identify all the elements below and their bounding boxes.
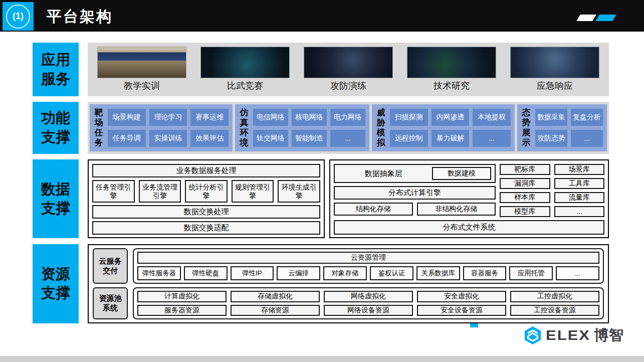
function-chip: 内网渗透 bbox=[432, 109, 470, 126]
library-box: 样本库 bbox=[500, 192, 550, 203]
pool-box: 网络设备资源 bbox=[324, 305, 413, 316]
function-chip: 本地提权 bbox=[473, 109, 511, 126]
pool-box: 存储虚拟化 bbox=[231, 291, 320, 302]
cloud-box: 弹性硬盘 bbox=[184, 266, 228, 280]
brand-logo: ELEX 博智 bbox=[523, 325, 624, 345]
group-items: 电信网络 核电网络 电力网络 轨交网络 智能制造 ... bbox=[253, 109, 365, 147]
pool-box: 计算虚拟化 bbox=[137, 291, 227, 302]
library-box: 工具库 bbox=[554, 178, 605, 189]
thumb-caption: 应急响应 bbox=[537, 80, 573, 92]
teaching-training-image bbox=[97, 47, 186, 78]
function-chip: 智能制造 bbox=[292, 130, 327, 147]
slide-number: (1) bbox=[6, 5, 30, 29]
function-chip: 电信网络 bbox=[253, 109, 288, 126]
pool-box: 工控虚拟化 bbox=[510, 291, 599, 302]
group-label: 态势展示 bbox=[521, 108, 531, 148]
function-chip: 数据采集 bbox=[535, 109, 567, 126]
function-chip: 赛事运维 bbox=[190, 109, 229, 126]
group-threat-simulation: 威胁模拟 扫描探测 内网渗透 本地提权 远程控制 暴力破解 ... bbox=[372, 104, 515, 151]
section-label-text: 数据支撑 bbox=[40, 180, 71, 218]
engine-boxes: 任务管理引擎 业务流管理引擎 统计分析引擎 规则管理引擎 环境生成引擎 bbox=[92, 180, 320, 203]
library-box: 流量库 bbox=[554, 192, 605, 203]
data-box: 分布式文件系统 bbox=[334, 220, 604, 235]
section-label-text: 应用服务 bbox=[40, 51, 71, 88]
resource-pool-container: 计算虚拟化 存储虚拟化 网络虚拟化 安全虚拟化 工控虚拟化 服务器资源 存储资源… bbox=[133, 287, 604, 319]
slide-number-badge: (1) bbox=[3, 2, 34, 31]
function-chip: 远程控制 bbox=[390, 130, 428, 147]
data-modeling-box: 数据建模 bbox=[432, 167, 491, 180]
pool-box: 安全设备资源 bbox=[417, 305, 506, 316]
function-chip: 电力网络 bbox=[330, 109, 365, 126]
group-label: 仿真环境 bbox=[239, 108, 249, 148]
section-label-data-support: 数据支撑 bbox=[33, 159, 79, 238]
function-chip: 扫描探测 bbox=[390, 109, 428, 126]
cloud-service-row: 云服务交付 云资源管理 弹性服务器 弹性硬盘 弹性IP 云编排 对象存储 鉴权认… bbox=[93, 248, 604, 284]
engine-box: 环境生成引擎 bbox=[278, 180, 320, 203]
label-text: 资源池系统 bbox=[98, 294, 123, 313]
data-box: 业务数据服务处理 bbox=[92, 164, 320, 177]
function-chip: 实操训练 bbox=[149, 130, 187, 147]
app-service-item: 攻防演练 bbox=[299, 47, 397, 92]
function-support-row: 靶场任务 场景构建 理论学习 赛事运维 任务导调 实操训练 效果评估 仿真环境 … bbox=[88, 102, 609, 154]
data-platform-top: 数据抽象层 数据建模 分布式计算引擎 结构化存储 非结构化存储 靶标库 场景库 … bbox=[334, 164, 604, 217]
function-chip: 场景构建 bbox=[108, 109, 146, 126]
label-text: 云服务交付 bbox=[98, 257, 123, 276]
group-situation-display: 态势展示 数据采集 复盘分析 攻防态势 ... bbox=[517, 104, 607, 151]
pool-box: 安全虚拟化 bbox=[417, 291, 506, 302]
cloud-resource-management-bar: 云资源管理 bbox=[137, 252, 599, 264]
attack-defense-drill-image bbox=[304, 47, 393, 78]
library-box: 模型库 bbox=[500, 206, 550, 217]
group-simulation-environment: 仿真环境 电信网络 核电网络 电力网络 轨交网络 智能制造 ... bbox=[235, 104, 369, 151]
decoration-parallelogram-white bbox=[576, 15, 596, 21]
function-chip: 复盘分析 bbox=[571, 109, 603, 126]
engine-box: 统计分析引擎 bbox=[185, 180, 228, 203]
resource-support-row: 云服务交付 云资源管理 弹性服务器 弹性硬盘 弹性IP 云编排 对象存储 鉴权认… bbox=[88, 244, 609, 323]
group-label: 靶场任务 bbox=[94, 108, 104, 148]
pool-box: 工控设备资源 bbox=[510, 305, 599, 316]
data-box: 数据交换适配 bbox=[92, 221, 320, 235]
group-items: 场景构建 理论学习 赛事运维 任务导调 实操训练 效果评估 bbox=[108, 109, 229, 147]
app-service-item: 教学实训 bbox=[93, 47, 191, 92]
decoration-parallelogram-blue bbox=[595, 15, 616, 21]
library-box: ... bbox=[554, 206, 605, 217]
cloud-box: 容器服务 bbox=[463, 266, 507, 280]
engine-box: 规则管理引擎 bbox=[232, 180, 274, 203]
cloud-box: 弹性IP bbox=[231, 266, 274, 280]
data-box: 结构化存储 bbox=[334, 203, 413, 216]
cloud-box: 关系数据库 bbox=[416, 266, 460, 280]
function-chip: 任务导调 bbox=[108, 130, 146, 147]
bottom-strip bbox=[0, 356, 644, 362]
slide: (1) 平台架构 应用服务 功能支撑 数据支撑 资源支撑 教学实训 比武竞赛 攻… bbox=[0, 0, 644, 362]
library-grid: 靶标库 场景库 漏洞库 工具库 样本库 流量库 模型库 ... bbox=[500, 164, 604, 217]
function-chip: 效果评估 bbox=[190, 130, 229, 147]
function-chip: ... bbox=[330, 130, 365, 147]
cloud-box: 云编排 bbox=[277, 266, 320, 280]
function-chip: 轨交网络 bbox=[253, 130, 288, 147]
app-service-item: 技术研究 bbox=[402, 47, 501, 92]
cloud-box: 鉴权认证 bbox=[370, 266, 413, 280]
data-box-label: 数据抽象层 bbox=[335, 169, 432, 178]
function-chip: 理论学习 bbox=[149, 109, 187, 126]
pool-box: 服务器资源 bbox=[137, 305, 227, 316]
emergency-response-image bbox=[510, 47, 599, 78]
function-chip: 核电网络 bbox=[292, 109, 327, 126]
group-items: 数据采集 复盘分析 攻防态势 ... bbox=[535, 109, 603, 147]
cloud-box: 对象存储 bbox=[323, 266, 367, 280]
group-label: 威胁模拟 bbox=[376, 108, 386, 148]
function-chip: 暴力破解 bbox=[432, 130, 470, 147]
cloud-box: 弹性服务器 bbox=[137, 266, 181, 280]
pool-box: 存储资源 bbox=[231, 305, 320, 316]
resource-pool-label: 资源池系统 bbox=[93, 287, 128, 319]
data-box: 分布式计算引擎 bbox=[334, 186, 496, 200]
header-bar: (1) 平台架构 bbox=[0, 0, 644, 32]
brand-name-en: ELEX bbox=[546, 327, 590, 343]
section-label-text: 资源支撑 bbox=[40, 265, 71, 302]
cloud-service-items: 弹性服务器 弹性硬盘 弹性IP 云编排 对象存储 鉴权认证 关系数据库 容器服务… bbox=[137, 266, 599, 280]
page-title: 平台架构 bbox=[47, 7, 113, 27]
function-chip: ... bbox=[571, 130, 603, 147]
pool-box: 网络虚拟化 bbox=[324, 291, 413, 302]
application-services-row: 教学实训 比武竞赛 攻防演练 技术研究 应急响应 bbox=[88, 43, 609, 96]
data-box: 非结构化存储 bbox=[417, 203, 496, 216]
business-data-panel: 业务数据服务处理 任务管理引擎 业务流管理引擎 统计分析引擎 规则管理引擎 环境… bbox=[88, 159, 325, 238]
app-service-item: 应急响应 bbox=[506, 47, 604, 92]
